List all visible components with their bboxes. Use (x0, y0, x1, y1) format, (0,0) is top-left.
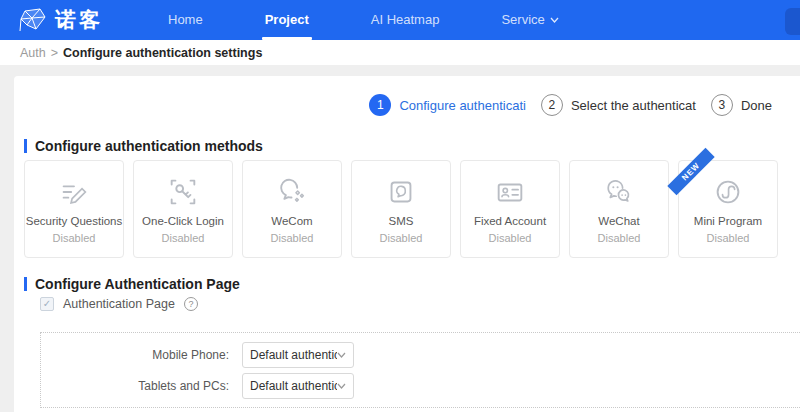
nav-item-ai-heatmap[interactable]: AI Heatmap (340, 0, 471, 40)
section-accent-bar (24, 139, 27, 153)
method-card-wecom[interactable]: WeCom Disabled (242, 160, 342, 258)
method-card-sms[interactable]: SMS Disabled (351, 160, 451, 258)
method-card-mini-program[interactable]: NEW Mini Program Disabled (678, 160, 778, 258)
auth-method-cards: Security Questions Disabled One-Click Lo… (24, 160, 778, 258)
checkbox-label: Authentication Page (63, 297, 175, 311)
methods-section-header: Configure authentication methods (24, 138, 263, 154)
nav-item-label: Service (501, 0, 544, 40)
step-label: Done (741, 98, 772, 113)
form-row-tablets-pcs: Tablets and PCs: Default authenticatio..… (41, 373, 800, 399)
step-number-badge: 2 (541, 94, 563, 116)
method-card-wechat[interactable]: WeChat Disabled (569, 160, 669, 258)
logo-text: 诺客 (55, 6, 103, 34)
nav-item-service[interactable]: Service (470, 0, 589, 40)
section-title: Configure Authentication Page (35, 276, 240, 292)
navbar-cut-off-element (785, 8, 800, 35)
method-title: WeCom (271, 215, 312, 227)
auth-page-section-header: Configure Authentication Page (24, 276, 240, 292)
form-label: Mobile Phone: (137, 348, 229, 362)
method-status: Disabled (271, 232, 314, 244)
nav-item-home[interactable]: Home (137, 0, 234, 40)
new-ribbon-badge: NEW (667, 148, 714, 195)
step-select-authentication: 2 Select the authenticat (541, 94, 696, 116)
method-title: Fixed Account (474, 215, 546, 227)
method-status: Disabled (162, 232, 205, 244)
breadcrumb-parent-link[interactable]: Auth (20, 46, 46, 60)
method-title: Mini Program (694, 215, 762, 227)
wecom-chat-icon (275, 174, 309, 210)
select-value: Default authenticatio... (250, 379, 337, 393)
step-done: 3 Done (711, 94, 772, 116)
step-label: Select the authenticat (571, 98, 696, 113)
top-navbar: 诺客 Home Project AI Heatmap Service (0, 0, 800, 40)
security-questions-icon (57, 174, 91, 210)
sms-bubble-icon (384, 174, 418, 210)
method-status: Disabled (598, 232, 641, 244)
method-title: SMS (389, 215, 414, 227)
brand-logo[interactable]: 诺客 (18, 6, 103, 34)
form-row-mobile-phone: Mobile Phone: Default authenticatio... (41, 342, 800, 368)
method-status: Disabled (707, 232, 750, 244)
method-card-one-click-login[interactable]: One-Click Login Disabled (133, 160, 233, 258)
help-icon[interactable]: ? (184, 297, 198, 311)
nav-item-project[interactable]: Project (234, 0, 340, 40)
authentication-page-checkbox[interactable]: ✓ (40, 297, 54, 311)
step-configure-authentication: 1 Configure authenticati (369, 94, 525, 116)
section-accent-bar (24, 277, 27, 291)
mini-program-icon (711, 174, 745, 210)
method-status: Disabled (53, 232, 96, 244)
step-number-badge: 1 (369, 94, 391, 116)
authentication-page-toggle-row: ✓ Authentication Page ? (40, 297, 198, 311)
id-card-icon (493, 174, 527, 210)
method-title: WeChat (598, 215, 639, 227)
breadcrumb-current: Configure authentication settings (63, 46, 262, 60)
tablets-pcs-template-select[interactable]: Default authenticatio... (242, 373, 354, 399)
form-label: Tablets and PCs: (137, 379, 229, 393)
method-title: Security Questions (26, 215, 123, 227)
step-label: Configure authenticati (399, 98, 525, 113)
method-status: Disabled (489, 232, 532, 244)
nav-menu: Home Project AI Heatmap Service (137, 0, 590, 40)
one-click-login-key-icon (166, 174, 200, 210)
chevron-down-icon (550, 17, 559, 23)
nav-item-label: Project (265, 0, 309, 40)
method-title: One-Click Login (142, 215, 224, 227)
chevron-down-icon (337, 383, 346, 389)
step-number-badge: 3 (711, 94, 733, 116)
nav-item-label: AI Heatmap (371, 0, 440, 40)
chevron-down-icon (337, 352, 346, 358)
breadcrumb: Auth > Configure authentication settings (0, 40, 800, 65)
section-title: Configure authentication methods (35, 138, 263, 154)
mobile-phone-template-select[interactable]: Default authenticatio... (242, 342, 354, 368)
wizard-steps: 1 Configure authenticati 2 Select the au… (369, 94, 772, 116)
logo-polygon-bird-icon (18, 7, 48, 33)
main-content-panel: 1 Configure authenticati 2 Select the au… (14, 76, 800, 412)
method-card-security-questions[interactable]: Security Questions Disabled (24, 160, 124, 258)
wechat-icon (602, 174, 636, 210)
authentication-page-form-panel: Mobile Phone: Default authenticatio... T… (40, 332, 800, 408)
nav-item-label: Home (168, 0, 203, 40)
method-card-fixed-account[interactable]: Fixed Account Disabled (460, 160, 560, 258)
breadcrumb-separator: > (51, 46, 58, 60)
method-status: Disabled (380, 232, 423, 244)
select-value: Default authenticatio... (250, 348, 337, 362)
